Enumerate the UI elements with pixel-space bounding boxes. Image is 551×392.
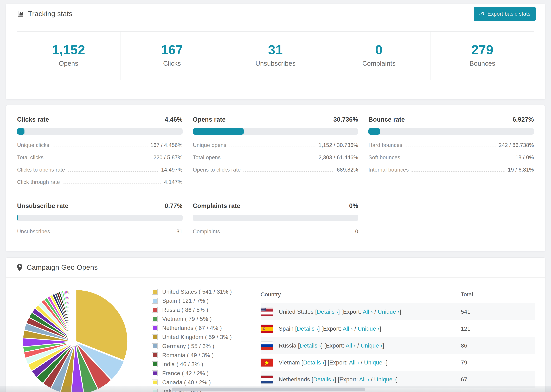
legend-item-netherlands[interactable]: Netherlands ( 67 / 4% ) [152,325,232,331]
rate-title: Complaints rate [193,202,240,210]
country-total: 79 [461,354,535,371]
details-link[interactable]: Details › [297,325,318,332]
rate-stat-label: Unique opens [193,142,226,148]
rate-progress-fill [17,215,18,221]
export-all-link[interactable]: All › [343,325,353,332]
rate-value: 6.927% [513,116,534,123]
country-name-and-links: Russia [Details ›] [Export: All › / Uniq… [279,343,384,349]
country-name: United States [279,308,315,315]
rate-progress-track [17,128,183,135]
export-basic-stats-button[interactable]: Export basic stats [474,7,536,21]
dotted-leader [411,171,505,172]
Russia-flag-icon [261,342,273,350]
geo-content: United States ( 541 / 31% )Spain ( 121 /… [6,278,545,392]
export-all-link[interactable]: All › [346,343,356,349]
details-link[interactable]: Details › [317,308,338,315]
geo-table: Country Total United States [Details ›] … [261,285,535,392]
stat-cell-complaints: 0Complaints [327,32,431,80]
export-unique-link[interactable]: Unique › [360,343,382,349]
rate-title: Clicks rate [17,116,49,123]
rate-stat-value: 242 / 86.738% [499,142,534,148]
country-name: Vietnam [279,359,302,366]
rate-stat-value: 18 / 0% [516,154,534,161]
pie-slice-other[interactable] [75,289,75,341]
legend-item-vietnam[interactable]: Vietnam ( 79 / 5% ) [152,316,232,322]
export-unique-link[interactable]: Unique › [364,359,386,366]
export-all-link[interactable]: All › [349,359,359,366]
export-unique-link[interactable]: Unique › [358,325,380,332]
legend-swatch [152,361,158,367]
legend-item-spain[interactable]: Spain ( 121 / 7% ) [152,298,232,304]
country-name-and-links: Netherlands [Details ›] [Export: All › /… [279,376,398,383]
rate-value: 0.77% [165,202,183,210]
legend-swatch [152,325,158,331]
rate-title: Unsubscribe rate [17,202,69,210]
rate-stat-value: 689.82% [337,167,358,173]
legend-item-india[interactable]: India ( 46 / 3% ) [152,361,232,368]
dotted-leader [52,147,148,147]
rate-stat-row: Total clicks220 / 5.87% [17,154,183,161]
rate-stat-value: 167 / 4.456% [150,142,183,148]
legend-label: United Kingdom ( 59 / 3% ) [162,334,232,340]
rate-value: 0% [349,202,358,210]
rate-value: 4.46% [165,116,183,123]
legend-label: Vietnam ( 79 / 5% ) [162,316,212,322]
rate-stat-label: Unique clicks [17,142,49,148]
dotted-leader [68,171,158,172]
United States-flag-icon [261,308,273,316]
rate-stat-value: 0 [355,229,358,235]
rate-stat-value: 19 / 6.81% [508,167,534,173]
stat-value: 1,152 [17,42,120,57]
rate-stat-row: Unsubscribes31 [17,229,183,235]
geo-pie-chart [22,287,132,392]
rate-progress-track [193,128,358,135]
legend-swatch [152,289,158,295]
table-row-united-states: United States [Details ›] [Export: All ›… [261,303,535,320]
stat-label: Complaints [327,60,431,67]
rate-stat-row: Soft bounces18 / 0% [368,154,534,161]
legend-item-romania[interactable]: Romania ( 49 / 3% ) [152,352,232,358]
dotted-leader [405,147,496,147]
rate-stat-label: Click through rate [17,179,60,185]
country-total: 121 [461,320,535,337]
dotted-leader [63,183,161,184]
rate-stat-row: Opens to clicks rate689.82% [193,167,358,173]
map-pin-icon [17,264,23,271]
stat-label: Opens [17,60,120,67]
rate-stat-row: Internal bounces19 / 6.81% [368,167,534,173]
tracking-stats-title: Tracking stats [17,10,72,18]
legend-item-germany[interactable]: Germany ( 55 / 3% ) [152,343,232,350]
geo-header: Campaign Geo Opens [6,258,545,278]
rate-stat-row: Clicks to opens rate14.497% [17,167,183,173]
rate-progress-track [193,215,358,221]
export-unique-link[interactable]: Unique › [374,376,396,383]
country-name: Netherlands [279,376,312,383]
legend-swatch [152,307,158,313]
horizontal-scrollbar-thumb[interactable] [172,388,365,391]
rate-stat-label: Unsubscribes [17,229,50,235]
stat-value: 0 [327,42,431,57]
rate-stat-label: Complaints [193,229,220,235]
country-name-and-links: Vietnam [Details ›] [Export: All › / Uni… [279,359,388,366]
legend-item-canada[interactable]: Canada ( 40 / 2% ) [152,379,232,386]
legend-item-russia[interactable]: Russia ( 86 / 5% ) [152,307,232,313]
legend-swatch [152,316,158,322]
bar-chart-icon [17,10,24,17]
legend-item-united-kingdom[interactable]: United Kingdom ( 59 / 3% ) [152,334,232,340]
export-all-link[interactable]: All › [359,376,369,383]
rate-progress-fill [368,128,380,135]
details-link[interactable]: Details › [303,359,325,366]
legend-label: Germany ( 55 / 3% ) [162,343,214,350]
export-unique-link[interactable]: Unique › [378,308,400,315]
stat-value: 167 [120,42,224,57]
rate-stat-label: Internal bounces [368,167,409,173]
export-all-link[interactable]: All › [363,308,373,315]
rate-progress-fill [193,128,244,135]
legend-label: Canada ( 40 / 2% ) [162,379,211,386]
legend-swatch [152,343,158,349]
legend-swatch [152,371,158,376]
details-link[interactable]: Details › [313,376,335,383]
legend-item-united-states[interactable]: United States ( 541 / 31% ) [152,288,232,295]
details-link[interactable]: Details › [300,343,321,349]
legend-item-france[interactable]: France ( 42 / 2% ) [152,370,232,377]
